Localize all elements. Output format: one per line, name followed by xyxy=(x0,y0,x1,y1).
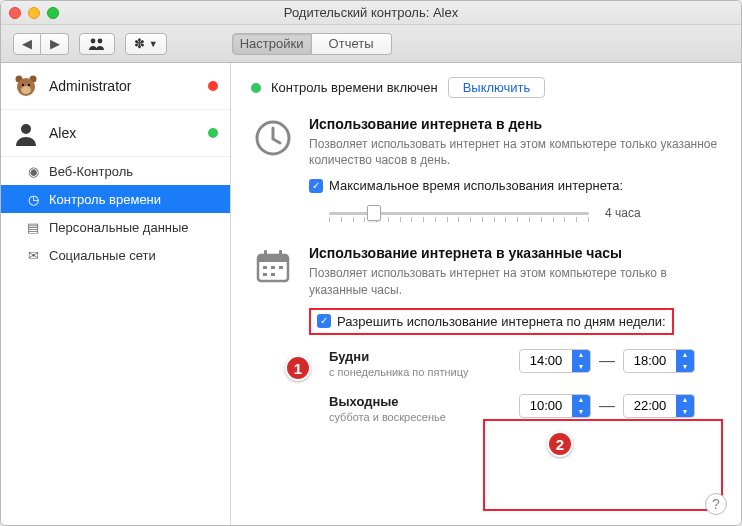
weekend-sub: суббота и воскресенье xyxy=(329,411,519,423)
gear-icon: ✽ xyxy=(134,36,145,51)
back-button[interactable]: ◀ xyxy=(13,33,41,55)
disable-button[interactable]: Выключить xyxy=(448,77,546,98)
slider-value: 4 часа xyxy=(605,206,641,220)
svg-rect-11 xyxy=(258,255,288,262)
weekend-from-input[interactable]: ▲▼ xyxy=(519,394,591,418)
svg-point-8 xyxy=(21,124,31,134)
main-panel: Контроль времени включен Выключить Испол… xyxy=(231,63,741,525)
svg-point-7 xyxy=(28,84,30,86)
dash: — xyxy=(599,397,615,415)
status-text: Контроль времени включен xyxy=(271,80,438,95)
status-dot-icon xyxy=(208,128,218,138)
globe-icon: ◉ xyxy=(25,163,41,179)
section-desc: Позволяет использовать интернет на этом … xyxy=(309,136,725,168)
chat-icon: ✉ xyxy=(25,247,41,263)
svg-point-0 xyxy=(91,38,96,43)
dash: — xyxy=(599,352,615,370)
section-desc: Позволяет использовать интернет на этом … xyxy=(309,265,725,297)
minimize-icon[interactable] xyxy=(28,7,40,19)
gear-button[interactable]: ✽ ▼ xyxy=(125,33,167,55)
close-icon[interactable] xyxy=(9,7,21,19)
clock-icon xyxy=(251,116,295,160)
user-name: Alex xyxy=(49,125,76,141)
clock-icon: ◷ xyxy=(25,191,41,207)
card-icon: ▤ xyxy=(25,219,41,235)
time-slider[interactable] xyxy=(329,203,589,223)
svg-rect-14 xyxy=(263,266,267,269)
zoom-icon[interactable] xyxy=(47,7,59,19)
weekdays-to-input[interactable]: ▲▼ xyxy=(623,349,695,373)
svg-rect-18 xyxy=(271,273,275,276)
forward-button[interactable]: ▶ xyxy=(41,33,69,55)
status-dot-icon xyxy=(208,81,218,91)
checkbox-max-time[interactable]: ✓ xyxy=(309,179,323,193)
chevron-down-icon: ▼ xyxy=(149,39,158,49)
svg-rect-17 xyxy=(263,273,267,276)
toolbar: ◀ ▶ ✽ ▼ Настройки Отчеты xyxy=(1,25,741,63)
weekend-title: Выходные xyxy=(329,394,519,409)
svg-rect-13 xyxy=(279,250,282,258)
sidebar-item-label: Персональные данные xyxy=(49,220,189,235)
weekend-to-input[interactable]: ▲▼ xyxy=(623,394,695,418)
section-title: Использование интернета в день xyxy=(309,116,725,132)
tab-settings[interactable]: Настройки xyxy=(232,33,312,55)
svg-point-5 xyxy=(21,86,31,94)
svg-rect-12 xyxy=(264,250,267,258)
weekdays-sub: с понедельника по пятницу xyxy=(329,366,519,378)
svg-rect-15 xyxy=(271,266,275,269)
user-name: Administrator xyxy=(49,78,131,94)
checkbox-label: Максимальное время использования интерне… xyxy=(329,178,623,193)
sidebar: Administrator Alex ◉ Веб-Контроль ◷ Конт… xyxy=(1,63,231,525)
users-button[interactable] xyxy=(79,33,115,55)
user-administrator[interactable]: Administrator xyxy=(1,63,230,110)
bear-icon xyxy=(11,71,41,101)
window-title: Родительский контроль: Alex xyxy=(1,5,741,20)
help-button[interactable]: ? xyxy=(705,493,727,515)
sidebar-item-label: Контроль времени xyxy=(49,192,161,207)
tab-reports[interactable]: Отчеты xyxy=(312,33,392,55)
sidebar-item-label: Веб-Контроль xyxy=(49,164,133,179)
svg-point-1 xyxy=(98,38,103,43)
checkbox-label: Разрешить использование интернета по дня… xyxy=(337,314,666,329)
sidebar-item-personal-data[interactable]: ▤ Персональные данные xyxy=(1,213,230,241)
titlebar: Родительский контроль: Alex xyxy=(1,1,741,25)
status-indicator-icon xyxy=(251,83,261,93)
weekdays-from-input[interactable]: ▲▼ xyxy=(519,349,591,373)
person-icon xyxy=(11,118,41,148)
sidebar-item-label: Социальные сети xyxy=(49,248,156,263)
weekdays-title: Будни xyxy=(329,349,519,364)
svg-rect-16 xyxy=(279,266,283,269)
svg-point-6 xyxy=(22,84,24,86)
sidebar-item-time-control[interactable]: ◷ Контроль времени xyxy=(1,185,230,213)
user-alex[interactable]: Alex xyxy=(1,110,230,157)
slider-thumb[interactable] xyxy=(367,205,381,221)
section-title: Использование интернета в указанные часы xyxy=(309,245,725,261)
sidebar-item-social[interactable]: ✉ Социальные сети xyxy=(1,241,230,269)
sidebar-item-web-control[interactable]: ◉ Веб-Контроль xyxy=(1,157,230,185)
checkbox-weekdays[interactable]: ✓ xyxy=(317,314,331,328)
calendar-icon xyxy=(251,245,295,289)
